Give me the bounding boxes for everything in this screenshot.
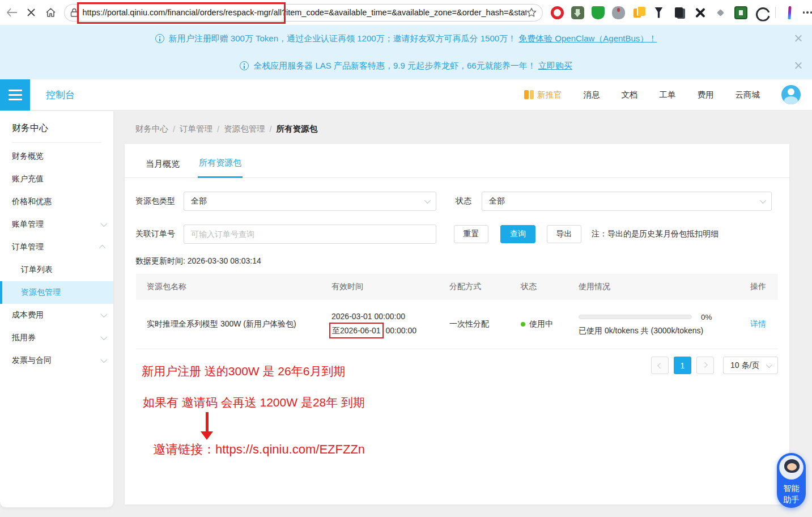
content-card: 当月概览 所有资源包 资源包类型 全部 状态 全部 关联订单号 重置: [125, 144, 789, 505]
breadcrumb-item[interactable]: 资源包管理: [224, 124, 265, 134]
chevron-down-icon: [424, 197, 431, 204]
export-button[interactable]: 导出: [547, 225, 581, 243]
sidebar-item-invoice[interactable]: 发票与合同: [0, 349, 113, 372]
info-icon: [155, 34, 164, 43]
prev-page-button[interactable]: [651, 357, 669, 374]
page-size-select[interactable]: 10 条/页: [723, 357, 778, 374]
breadcrumb-separator: /: [217, 125, 219, 134]
breadcrumb-item[interactable]: 财务中心: [135, 124, 168, 134]
user-avatar[interactable]: [781, 85, 801, 104]
valid-time-cell: 2026-03-01 00:00:00 至2026-06-01 00:00:00: [331, 310, 449, 338]
chevron-down-icon: [101, 334, 107, 340]
status-active-dot: [521, 322, 525, 327]
col-allocation: 分配方式: [449, 282, 521, 292]
sidebar-item-recharge[interactable]: 账户充值: [0, 168, 113, 190]
extensions-row: [551, 6, 796, 19]
respack-type-label: 资源包类型: [135, 196, 184, 206]
tab-all-respacks[interactable]: 所有资源包: [198, 158, 243, 178]
extension-copy-icon[interactable]: [673, 6, 686, 19]
filter-row-2: 关联订单号 重置 查询 导出 注：导出的是历史某月份包抵扣明细: [125, 224, 789, 244]
chevron-down-icon: [760, 197, 766, 204]
tab-monthly-overview[interactable]: 当月概览: [144, 159, 181, 177]
sidebar-item-voucher[interactable]: 抵用券: [0, 327, 113, 349]
respack-name: 实时推理全系列模型 300W (新用户体验包): [136, 319, 331, 329]
breadcrumb-item[interactable]: 订单管理: [180, 124, 212, 134]
console-link[interactable]: 控制台: [46, 88, 75, 101]
tabs: 当月概览 所有资源包: [125, 144, 789, 178]
status-select[interactable]: 全部: [482, 192, 772, 211]
respack-type-select[interactable]: 全部: [184, 192, 436, 211]
sidebar-item-label: 抵用券: [12, 333, 36, 343]
chevron-right-icon: [702, 362, 708, 368]
breadcrumb-separator: /: [173, 125, 175, 134]
sidebar-divider: [12, 142, 101, 143]
extension-downloader-icon[interactable]: [571, 6, 584, 19]
nav-messages[interactable]: 消息: [584, 90, 600, 100]
table-row: 实时推理全系列模型 300W (新用户体验包) 2026-03-01 00:00…: [136, 300, 778, 349]
home-icon[interactable]: [43, 4, 58, 21]
col-usage: 使用情况: [579, 282, 744, 292]
query-button[interactable]: 查询: [500, 225, 535, 243]
chevron-left-icon: [657, 363, 663, 368]
browser-menu-icon[interactable]: [803, 11, 812, 14]
sidebar-item-billing-mgmt[interactable]: 账单管理: [0, 213, 113, 236]
col-action: 操作: [744, 282, 778, 292]
order-no-input[interactable]: [184, 224, 436, 244]
extension-red-ring-icon[interactable]: [551, 6, 564, 19]
usage-cell: 0% 已使用 0k/tokens 共 (3000k/tokens): [579, 313, 744, 336]
extension-claw-icon[interactable]: [755, 6, 768, 19]
assistant-label-line2: 助手: [784, 494, 800, 505]
extension-funnel-icon[interactable]: [653, 6, 666, 19]
sidebar-item-label: 账户充值: [12, 174, 44, 184]
chevron-down-icon: [101, 311, 107, 317]
back-icon[interactable]: [5, 4, 19, 21]
chevron-down-icon: [101, 357, 107, 363]
sidebar-item-pricing[interactable]: 价格和优惠: [0, 190, 113, 213]
url-bar[interactable]: https://portal.qiniu.com/financial/order…: [64, 4, 543, 22]
header-nav: 新推官 消息 文档 工单 费用 云商城: [524, 85, 801, 104]
next-page-button[interactable]: [696, 357, 714, 374]
banner-close-icon[interactable]: [794, 61, 802, 69]
extension-scissors-icon[interactable]: [694, 6, 707, 19]
banner-bottom: 全栈应用服务器 LAS 产品新客特惠，9.9 元起步养龙虾，66元就能养一年！ …: [0, 52, 812, 79]
respack-type-value: 全部: [191, 196, 207, 206]
url-text[interactable]: https://portal.qiniu.com/financial/order…: [83, 8, 526, 17]
nav-promoter[interactable]: 新推官: [524, 90, 562, 100]
stop-icon[interactable]: [24, 4, 39, 21]
sidebar-item-respack-mgmt[interactable]: 资源包管理: [0, 281, 113, 304]
sidebar-item-cost[interactable]: 成本费用: [0, 304, 113, 327]
extension-mouse-icon[interactable]: [612, 6, 625, 19]
order-no-label: 关联订单号: [135, 229, 184, 239]
hamburger-menu-icon[interactable]: [0, 79, 30, 111]
usage-percent: 0%: [701, 313, 712, 321]
nav-docs[interactable]: 文档: [622, 90, 638, 100]
sidebar-item-label: 资源包管理: [21, 287, 61, 298]
col-valid-time: 有效时间: [331, 282, 449, 292]
detail-link[interactable]: 详情: [750, 319, 766, 328]
sidebar-item-order-mgmt[interactable]: 订单管理: [0, 236, 113, 258]
nav-marketplace[interactable]: 云商城: [736, 90, 760, 100]
expiry-time: 00:00:00: [386, 326, 417, 335]
extension-shield-icon[interactable]: [592, 6, 605, 19]
sidebar-item-order-list[interactable]: 订单列表: [0, 258, 113, 281]
nav-billing[interactable]: 费用: [698, 90, 714, 100]
extension-docs-icon[interactable]: [632, 6, 645, 19]
bookmark-star-icon[interactable]: [526, 7, 537, 18]
page-1-button[interactable]: 1: [674, 357, 691, 374]
action-cell: 详情: [744, 319, 778, 329]
browser-toolbar: https://portal.qiniu.com/financial/order…: [0, 0, 812, 25]
ai-assistant-button[interactable]: 智能 助手: [777, 453, 806, 508]
banner-close-icon[interactable]: [794, 34, 802, 42]
export-note: 注：导出的是历史某月份包抵扣明细: [592, 229, 719, 239]
extension-green-frame-icon[interactable]: [734, 6, 747, 19]
banner-link-openclaw[interactable]: 免费体验 OpenClaw（AgentBus）！: [518, 33, 657, 44]
reset-button[interactable]: 重置: [454, 225, 488, 243]
screen: https://portal.qiniu.com/financial/order…: [0, 0, 812, 517]
status-cell: 使用中: [521, 319, 579, 329]
banner-link-buy[interactable]: 立即购买: [538, 61, 572, 71]
nav-tickets[interactable]: 工单: [660, 90, 676, 100]
breadcrumb-current: 所有资源包: [277, 124, 318, 134]
extension-small-gray-icon[interactable]: [714, 6, 727, 19]
sidebar-item-finance-overview[interactable]: 财务概览: [0, 145, 113, 168]
extension-pen-icon[interactable]: [783, 6, 796, 19]
